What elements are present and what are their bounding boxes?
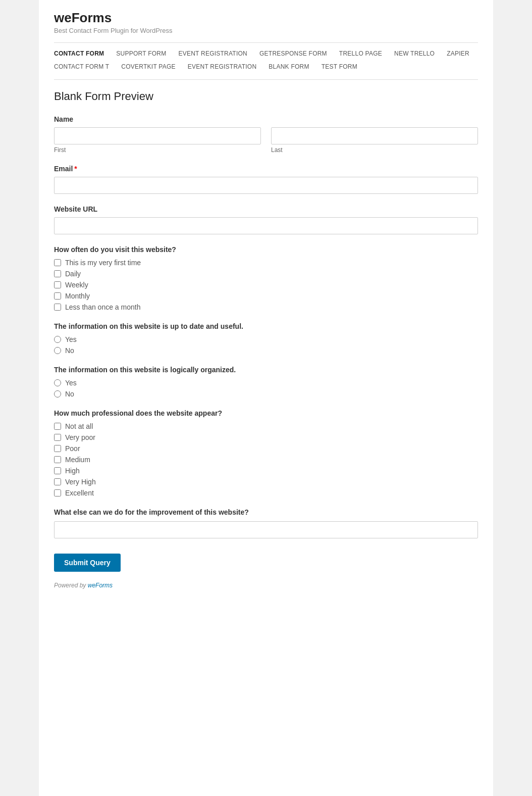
last-name-input[interactable]	[271, 127, 478, 144]
email-input[interactable]	[54, 177, 478, 194]
name-section: Name First Last	[54, 115, 478, 154]
nav-item-event-registration[interactable]: EVENT REGISTRATION	[172, 48, 253, 59]
nav-row-1: CONTACT FORMSUPPORT FORMEVENT REGISTRATI…	[54, 48, 478, 59]
nav-item-blank-form[interactable]: BLANK FORM	[262, 61, 315, 72]
form-preview-title: Blank Form Preview	[54, 90, 478, 103]
professional-options: Not at allVery poorPoorMediumHighVery Hi…	[54, 422, 478, 497]
list-item[interactable]: This is my very first time	[54, 259, 478, 267]
nav-item-new-trello[interactable]: NEW TRELLO	[388, 48, 441, 59]
name-row: First Last	[54, 127, 478, 154]
professional-section: How much professional does the website a…	[54, 409, 478, 497]
nav-item-contact-form-t[interactable]: CONTACT FORM T	[54, 61, 115, 72]
nav-item-covertkit-page[interactable]: COVERTKIT PAGE	[115, 61, 181, 72]
last-name-sublabel: Last	[271, 146, 478, 154]
email-section: Email*	[54, 165, 478, 194]
info-organized-radio-1[interactable]	[54, 390, 61, 397]
list-item[interactable]: Very poor	[54, 433, 478, 441]
site-title: weForms	[54, 10, 478, 26]
last-name-col: Last	[271, 127, 478, 154]
list-item[interactable]: Monthly	[54, 292, 478, 300]
visit-frequency-checkbox-3[interactable]	[54, 292, 61, 300]
info-uptodate-section: The information on this website is up to…	[54, 322, 478, 355]
powered-by-text: Powered by	[54, 582, 86, 589]
improvement-section: What else can we do for the improvement …	[54, 508, 478, 538]
first-name-col: First	[54, 127, 261, 154]
list-item[interactable]: Excellent	[54, 489, 478, 497]
list-item[interactable]: Less than once a month	[54, 303, 478, 311]
info-uptodate-radio-1[interactable]	[54, 347, 61, 354]
visit-frequency-label: How often do you visit this website?	[54, 245, 478, 254]
list-item[interactable]: High	[54, 467, 478, 475]
info-uptodate-label: The information on this website is up to…	[54, 322, 478, 330]
nav-item-support-form[interactable]: SUPPORT FORM	[110, 48, 172, 59]
professional-checkbox-3[interactable]	[54, 456, 61, 463]
site-header: weForms Best Contact Form Plugin for Wor…	[54, 10, 478, 43]
info-uptodate-radio-0[interactable]	[54, 336, 61, 343]
info-uptodate-options: YesNo	[54, 335, 478, 355]
info-organized-radio-0[interactable]	[54, 379, 61, 386]
submit-button[interactable]: Submit Query	[54, 554, 121, 572]
visit-frequency-checkbox-1[interactable]	[54, 270, 61, 277]
visit-frequency-section: How often do you visit this website? Thi…	[54, 245, 478, 311]
powered-by: Powered by weForms	[54, 582, 478, 589]
nav-row-2: CONTACT FORM TCOVERTKIT PAGEEVENT REGIST…	[54, 61, 478, 72]
professional-checkbox-1[interactable]	[54, 434, 61, 441]
first-name-sublabel: First	[54, 146, 261, 154]
improvement-label: What else can we do for the improvement …	[54, 508, 478, 516]
professional-checkbox-6[interactable]	[54, 489, 61, 496]
list-item[interactable]: Weekly	[54, 281, 478, 289]
list-item[interactable]: Poor	[54, 444, 478, 453]
list-item[interactable]: Medium	[54, 456, 478, 464]
name-label: Name	[54, 115, 478, 123]
website-section: Website URL	[54, 205, 478, 234]
list-item[interactable]: Daily	[54, 270, 478, 278]
visit-frequency-checkbox-4[interactable]	[54, 304, 61, 311]
list-item[interactable]: Yes	[54, 335, 478, 343]
email-label: Email*	[54, 165, 478, 173]
powered-by-link[interactable]: weForms	[88, 582, 113, 589]
professional-checkbox-0[interactable]	[54, 423, 61, 430]
nav-item-getresponse-form[interactable]: GETRESPONSE FORM	[253, 48, 333, 59]
list-item[interactable]: Not at all	[54, 422, 478, 430]
professional-checkbox-5[interactable]	[54, 478, 61, 485]
visit-frequency-options: This is my very first timeDailyWeeklyMon…	[54, 259, 478, 311]
info-organized-options: YesNo	[54, 379, 478, 398]
visit-frequency-checkbox-0[interactable]	[54, 259, 61, 266]
list-item[interactable]: Very High	[54, 478, 478, 486]
list-item[interactable]: No	[54, 346, 478, 355]
site-subtitle: Best Contact Form Plugin for WordPress	[54, 27, 478, 34]
list-item[interactable]: Yes	[54, 379, 478, 387]
website-input[interactable]	[54, 217, 478, 234]
form-preview: Blank Form Preview Name First Last Email…	[54, 80, 478, 604]
nav-item-test-form[interactable]: TEST FORM	[315, 61, 363, 72]
info-organized-section: The information on this website is logic…	[54, 366, 478, 398]
info-organized-label: The information on this website is logic…	[54, 366, 478, 374]
email-required-star: *	[74, 165, 77, 173]
professional-checkbox-4[interactable]	[54, 467, 61, 474]
professional-label: How much professional does the website a…	[54, 409, 478, 417]
first-name-input[interactable]	[54, 127, 261, 144]
improvement-input[interactable]	[54, 521, 478, 538]
nav-item-contact-form[interactable]: CONTACT FORM	[54, 48, 110, 59]
professional-checkbox-2[interactable]	[54, 445, 61, 452]
website-label: Website URL	[54, 205, 478, 213]
nav-item-event-registration[interactable]: EVENT REGISTRATION	[182, 61, 263, 72]
visit-frequency-checkbox-2[interactable]	[54, 281, 61, 288]
list-item[interactable]: No	[54, 390, 478, 398]
nav-item-trello-page[interactable]: TRELLO PAGE	[333, 48, 388, 59]
nav-item-zapier[interactable]: ZAPIER	[441, 48, 475, 59]
navigation: CONTACT FORMSUPPORT FORMEVENT REGISTRATI…	[54, 43, 478, 80]
